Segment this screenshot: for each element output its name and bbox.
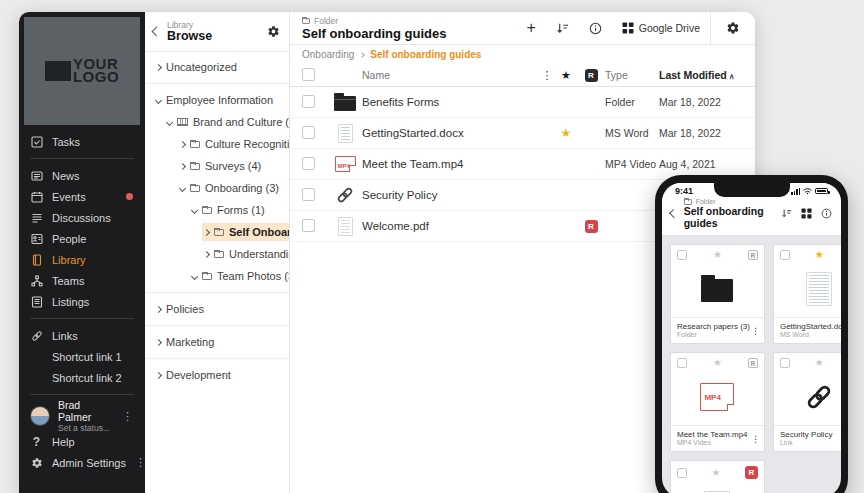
star-icon[interactable]: ★ bbox=[711, 468, 720, 478]
sidebar-item-events[interactable]: Events bbox=[19, 186, 145, 207]
file-card[interactable]: ★R ⋮ bbox=[670, 460, 765, 493]
star-icon[interactable]: ★ bbox=[815, 250, 824, 260]
card-checkbox[interactable] bbox=[677, 358, 687, 368]
file-name[interactable]: Welcome.pdf bbox=[362, 220, 539, 232]
doc-icon bbox=[806, 272, 832, 306]
tree-item-employee-information[interactable]: Employee Information bbox=[145, 89, 289, 111]
table-header: Name ⋮ ★ R Type Last Modified∧ bbox=[290, 64, 755, 87]
file-name[interactable]: Meet the Team.mp4 bbox=[362, 158, 539, 170]
tree-item-team-photos[interactable]: Team Photos (37) bbox=[145, 265, 289, 287]
card-menu-icon[interactable]: ⋮ bbox=[751, 434, 760, 444]
sidebar-item-help[interactable]: ? Help bbox=[19, 431, 145, 452]
sidebar-item-people[interactable]: People bbox=[19, 228, 145, 249]
column-header-modified[interactable]: Last Modified∧ bbox=[659, 69, 743, 81]
card-checkbox[interactable] bbox=[677, 468, 687, 478]
chevron-right-icon[interactable] bbox=[179, 140, 186, 147]
profile-menu-icon[interactable]: ⋮ bbox=[122, 411, 133, 422]
google-drive-button[interactable]: Google Drive bbox=[612, 12, 710, 44]
file-card[interactable]: ★R Security PolicyLink⋮ bbox=[773, 352, 841, 452]
star-icon[interactable]: ★ bbox=[561, 126, 572, 140]
card-checkbox[interactable] bbox=[677, 250, 687, 260]
tree-item-brand-and-culture[interactable]: Brand and Culture (23) bbox=[145, 111, 289, 133]
table-row[interactable]: GettingStarted.docx ★ MS Word Mar 18, 20… bbox=[290, 118, 755, 149]
breadcrumb-parent[interactable]: Onboarding bbox=[302, 49, 354, 60]
folder-icon bbox=[334, 96, 356, 111]
info-button[interactable] bbox=[579, 12, 612, 44]
file-card[interactable]: ★R MP4 Meet the Team.mp4MP4 Video⋮ bbox=[670, 352, 765, 452]
back-icon[interactable] bbox=[669, 209, 678, 218]
star-icon[interactable]: ★ bbox=[713, 358, 722, 368]
chevron-right-icon[interactable] bbox=[179, 162, 186, 169]
chevron-right-icon[interactable] bbox=[155, 338, 162, 345]
tree-item-culture-recognition[interactable]: Culture Recognition (5) bbox=[145, 133, 289, 155]
chevron-down-icon[interactable] bbox=[179, 184, 186, 191]
card-menu-icon[interactable]: ⋮ bbox=[751, 326, 760, 336]
chevron-right-icon[interactable] bbox=[203, 250, 210, 257]
row-checkbox[interactable] bbox=[302, 188, 315, 201]
row-checkbox[interactable] bbox=[302, 219, 315, 232]
sort-button[interactable] bbox=[546, 12, 579, 44]
chevron-right-icon[interactable] bbox=[155, 371, 162, 378]
star-icon[interactable]: ★ bbox=[815, 358, 824, 368]
file-name[interactable]: GettingStarted.docx bbox=[362, 127, 539, 139]
chevron-right-icon[interactable] bbox=[203, 228, 210, 235]
grid-icon[interactable] bbox=[801, 208, 812, 219]
row-checkbox[interactable] bbox=[302, 157, 315, 170]
info-icon[interactable] bbox=[821, 208, 832, 219]
card-checkbox[interactable] bbox=[780, 250, 790, 260]
chevron-down-icon[interactable] bbox=[155, 96, 162, 103]
star-icon[interactable]: ★ bbox=[561, 69, 571, 81]
row-checkbox[interactable] bbox=[302, 126, 315, 139]
file-card[interactable]: ★R Research papers (3)Folder⋮ bbox=[670, 244, 765, 344]
sidebar-item-teams[interactable]: Teams bbox=[19, 270, 145, 291]
tree-item-policies[interactable]: Policies bbox=[145, 298, 289, 320]
file-card[interactable]: ★R GettingStarted.docxMS Word⋮ bbox=[773, 244, 841, 344]
card-checkbox[interactable] bbox=[780, 358, 790, 368]
column-menu-icon[interactable]: ⋮ bbox=[539, 69, 555, 82]
column-header-name[interactable]: Name bbox=[362, 69, 539, 81]
tree-item-self-onboarding[interactable]: Self Onboarding... (5 bbox=[145, 221, 289, 243]
tree-item-marketing[interactable]: Marketing bbox=[145, 331, 289, 353]
gear-icon bbox=[30, 456, 43, 469]
sidebar-item-news[interactable]: News bbox=[19, 165, 145, 186]
sidebar-item-library[interactable]: Library bbox=[19, 249, 145, 270]
sidebar-item-shortcut-link-1[interactable]: Shortcut link 1 bbox=[19, 346, 145, 367]
back-icon[interactable] bbox=[152, 27, 162, 37]
user-profile[interactable]: Brad Palmer Set a status... ⋮ bbox=[19, 401, 145, 431]
tree-item-development[interactable]: Development bbox=[145, 364, 289, 386]
file-name[interactable]: Benefits Forms bbox=[362, 96, 539, 108]
settings-button[interactable] bbox=[711, 12, 755, 44]
sidebar-item-admin-settings[interactable]: Admin Settings ⋮ bbox=[19, 452, 145, 473]
file-name[interactable]: Security Policy bbox=[362, 189, 539, 201]
tree-item-surveys[interactable]: Surveys (4) bbox=[145, 155, 289, 177]
chevron-down-icon[interactable] bbox=[191, 206, 198, 213]
divider bbox=[145, 358, 289, 359]
panel-title: Browse bbox=[167, 30, 212, 44]
tree-item-uncategorized[interactable]: Uncategorized bbox=[145, 56, 289, 78]
tree-item-onboarding[interactable]: Onboarding (3) bbox=[145, 177, 289, 199]
sidebar-item-listings[interactable]: Listings bbox=[19, 291, 145, 312]
tree-item-understanding-our[interactable]: Understanding our... ( bbox=[145, 243, 289, 265]
table-row[interactable]: Benefits Forms Folder Mar 18, 2022 bbox=[290, 87, 755, 118]
org-chart-icon bbox=[30, 274, 43, 287]
gear-icon[interactable] bbox=[267, 25, 280, 38]
chevron-right-icon[interactable] bbox=[155, 305, 162, 312]
avatar bbox=[30, 406, 50, 426]
sidebar-item-discussions[interactable]: Discussions bbox=[19, 207, 145, 228]
column-header-type[interactable]: Type bbox=[605, 69, 659, 81]
sidebar-item-label: People bbox=[52, 233, 86, 245]
sort-icon[interactable] bbox=[781, 208, 792, 219]
breadcrumb-current[interactable]: Self onboarding guides bbox=[370, 49, 481, 60]
star-icon[interactable]: ★ bbox=[713, 250, 722, 260]
file-type: Folder bbox=[605, 96, 659, 108]
chevron-down-icon[interactable] bbox=[166, 118, 173, 125]
chevron-down-icon[interactable] bbox=[191, 272, 198, 279]
sidebar-item-links[interactable]: Links bbox=[19, 325, 145, 346]
tree-item-forms[interactable]: Forms (1) bbox=[145, 199, 289, 221]
add-button[interactable]: + bbox=[516, 12, 545, 44]
sidebar-item-shortcut-link-2[interactable]: Shortcut link 2 bbox=[19, 367, 145, 388]
row-checkbox[interactable] bbox=[302, 95, 315, 108]
select-all-checkbox[interactable] bbox=[302, 68, 315, 81]
chevron-right-icon[interactable] bbox=[155, 63, 162, 70]
sidebar-item-tasks[interactable]: Tasks bbox=[19, 131, 145, 152]
